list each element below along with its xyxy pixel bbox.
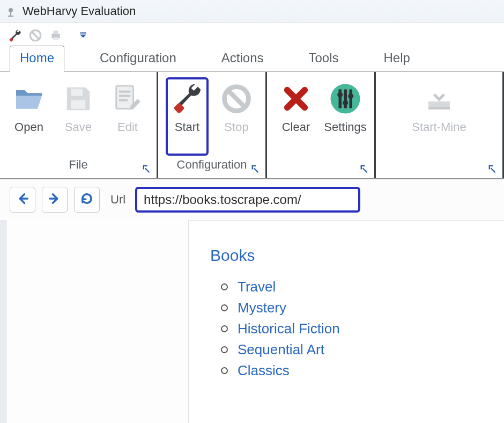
category-link[interactable]: Classics — [221, 360, 483, 381]
browser-bar: Url — [0, 179, 504, 220]
start-mine-button[interactable]: Start-Mine — [407, 77, 471, 156]
svg-point-0 — [9, 8, 13, 12]
svg-rect-9 — [80, 32, 86, 33]
ribbon-caption-file: File — [0, 156, 157, 175]
svg-point-24 — [343, 100, 348, 106]
window-title: WebHarvy Evaluation — [23, 4, 136, 18]
side-panel — [6, 220, 189, 423]
svg-rect-16 — [173, 103, 184, 114]
x-clear-icon — [277, 79, 315, 118]
category-list: Travel Mystery Historical Fiction Sequen… — [210, 276, 483, 381]
ribbon-group-file: Open Save Edit File — [0, 72, 158, 178]
ribbon-group-options: Clear Settings — [267, 72, 376, 178]
folder-open-icon — [10, 79, 48, 118]
ribbon-group-configuration: Start Stop Configuration — [158, 72, 267, 178]
prohibit-icon[interactable] — [28, 28, 43, 43]
stop-label: Stop — [224, 120, 248, 134]
stop-button[interactable]: Stop — [215, 77, 258, 156]
ribbon-caption-mine — [376, 156, 502, 175]
ribbon: Open Save Edit File — [0, 72, 504, 179]
ribbon-caption-file-text: File — [69, 158, 87, 171]
prohibit-stop-icon — [217, 79, 256, 118]
svg-rect-8 — [54, 37, 58, 40]
download-tray-icon — [420, 79, 458, 118]
start-button[interactable]: Start — [166, 77, 209, 156]
settings-button[interactable]: Settings — [324, 77, 367, 156]
svg-point-23 — [337, 92, 343, 98]
group-launcher-icon[interactable] — [487, 162, 497, 172]
category-link[interactable]: Sequential Art — [221, 339, 483, 360]
clear-button[interactable]: Clear — [275, 77, 317, 156]
app-icon — [4, 5, 17, 18]
menu-tabs: Home Configuration Actions Tools Help — [0, 46, 504, 72]
page-heading[interactable]: Books — [210, 246, 483, 265]
left-splitter[interactable] — [0, 220, 6, 423]
arrow-left-icon — [15, 191, 30, 208]
open-label: Open — [14, 120, 43, 134]
floppy-disk-icon — [59, 79, 98, 118]
svg-line-18 — [228, 91, 244, 107]
svg-rect-7 — [54, 31, 58, 33]
wrench-icon[interactable] — [8, 28, 23, 43]
start-label: Start — [175, 120, 199, 134]
open-button[interactable]: Open — [8, 77, 50, 156]
back-button[interactable] — [10, 187, 35, 213]
edit-label: Edit — [117, 120, 138, 134]
qat-dropdown-icon[interactable] — [78, 31, 88, 40]
ribbon-caption-options — [267, 156, 374, 175]
svg-rect-11 — [71, 100, 86, 109]
tab-actions[interactable]: Actions — [212, 46, 273, 71]
reload-icon — [79, 191, 94, 208]
arrow-right-icon — [47, 191, 62, 208]
sliders-settings-icon — [326, 79, 365, 118]
category-link[interactable]: Mystery — [221, 297, 483, 318]
document-pencil-icon — [108, 79, 147, 118]
url-label: Url — [110, 193, 125, 207]
group-launcher-icon[interactable] — [250, 162, 260, 172]
content-area: Books Travel Mystery Historical Fiction … — [0, 220, 504, 423]
url-input[interactable] — [135, 187, 360, 213]
ribbon-caption-configuration-text: Configuration — [177, 158, 247, 171]
titlebar: WebHarvy Evaluation — [0, 0, 504, 23]
tab-tools[interactable]: Tools — [299, 46, 349, 71]
tab-help[interactable]: Help — [374, 46, 420, 71]
forward-button[interactable] — [42, 187, 68, 213]
category-link[interactable]: Historical Fiction — [221, 318, 483, 339]
svg-rect-12 — [116, 86, 134, 109]
wrench-start-icon — [168, 79, 206, 118]
svg-point-25 — [348, 93, 353, 99]
clear-label: Clear — [282, 120, 310, 134]
svg-rect-2 — [8, 16, 13, 17]
printer-icon[interactable] — [48, 28, 63, 43]
tab-configuration[interactable]: Configuration — [90, 46, 186, 71]
edit-button[interactable]: Edit — [106, 77, 149, 156]
svg-rect-26 — [428, 107, 450, 110]
svg-line-5 — [32, 32, 39, 39]
tab-home[interactable]: Home — [10, 46, 64, 72]
start-mine-label: Start-Mine — [412, 120, 466, 134]
settings-label: Settings — [324, 120, 367, 134]
save-button[interactable]: Save — [57, 77, 100, 156]
group-launcher-icon[interactable] — [142, 162, 151, 172]
svg-rect-10 — [71, 89, 83, 96]
ribbon-group-mine: Start-Mine — [376, 72, 504, 178]
save-label: Save — [65, 120, 92, 134]
svg-rect-1 — [10, 12, 11, 16]
reload-button[interactable] — [74, 187, 100, 213]
ribbon-caption-configuration: Configuration — [158, 156, 265, 175]
category-link[interactable]: Travel — [221, 276, 483, 297]
quick-access-toolbar — [0, 23, 504, 46]
group-launcher-icon[interactable] — [359, 162, 369, 172]
rendered-page: Books Travel Mystery Historical Fiction … — [189, 220, 504, 423]
